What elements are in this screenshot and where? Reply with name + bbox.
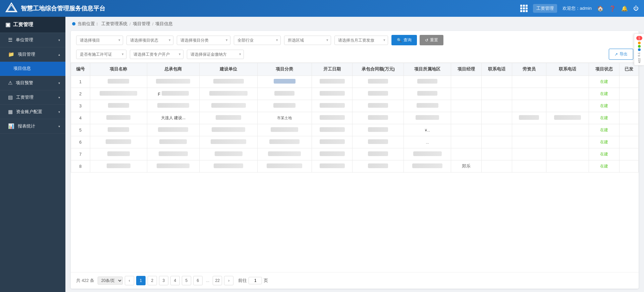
cell-id: 8 (71, 160, 90, 173)
project-status-select[interactable]: 请选择项目状态 (126, 36, 173, 45)
page-btn-1[interactable]: 1 (136, 276, 146, 285)
cell-type (257, 148, 312, 160)
cell-laborer (512, 88, 546, 100)
jump-suffix: 页 (264, 278, 268, 284)
cell-type (257, 100, 312, 112)
sidebar-item-project-warning[interactable]: ⚠ 项目预警 ▾ (0, 76, 65, 90)
prev-page-btn[interactable]: ‹ (125, 276, 134, 285)
page-btn-2[interactable]: 2 (148, 276, 157, 285)
cell-tel2 (546, 124, 589, 136)
cell-region: ¥... (404, 124, 451, 136)
sidebar-item-unit-mgmt[interactable]: ☰ 单位管理 ▾ (0, 33, 65, 47)
cell-type (257, 76, 312, 88)
salary-month-select-wrap: 请选择当月工资发放 (334, 36, 388, 45)
project-select[interactable]: 请选择项目 (76, 36, 123, 45)
search-icon: 🔍 (397, 38, 402, 43)
cell-status: 在建 (589, 76, 620, 88)
warning-icon: ⚠ (8, 80, 12, 86)
cell-status: 在建 (589, 88, 620, 100)
region-select[interactable]: 所选区域 (284, 36, 331, 45)
sidebar-item-project-info[interactable]: 项目信息 (0, 62, 65, 76)
filter-row-2: 是否有施工许可证 请选择工资专户开户 请选择保证金缴纳方 (76, 49, 633, 60)
cell-blurred (147, 160, 200, 173)
cell-status: 在建 (589, 160, 620, 173)
table-row[interactable]: 7在建 (71, 148, 639, 160)
logo: 智慧工地综合管理服务信息平台 (5, 2, 520, 14)
salary-account-select[interactable]: 请选择工资专户开户 (130, 50, 183, 59)
cell-tel2 (546, 100, 589, 112)
table-row[interactable]: 3在建 (71, 100, 639, 112)
cell-pm (451, 124, 482, 136)
cell-blurred (200, 160, 258, 173)
cell-id: 4 (71, 112, 90, 124)
page-btn-22[interactable]: 22 (213, 276, 222, 285)
sidebar-item-label: 项目管理 (18, 51, 35, 57)
power-icon[interactable]: ⏻ (633, 5, 639, 11)
filter-row-2-selects: 是否有施工许可证 请选择工资专户开户 请选择保证金缴纳方 (76, 50, 244, 59)
reset-button[interactable]: ↺ 重置 (420, 35, 443, 45)
cell-blurred (200, 88, 258, 100)
cell-blurred (200, 148, 258, 160)
industry-select[interactable]: 全部行业 (234, 36, 281, 45)
home-icon[interactable]: 🏠 (597, 5, 604, 12)
next-page-btn[interactable]: › (224, 276, 233, 285)
bell-icon[interactable]: 🔔 (621, 5, 628, 12)
sidebar-item-report-stats[interactable]: 📊 报表统计 ▾ (0, 119, 65, 134)
table-row[interactable]: 1在建 (71, 76, 639, 88)
rp-badge[interactable]: 1 (636, 36, 642, 40)
breadcrumb-item-3[interactable]: 项目信息 (155, 21, 173, 27)
page-size-select[interactable]: 20条/页 (98, 277, 123, 285)
table-row[interactable]: 4大连人 建设...市某土地在建 (71, 112, 639, 124)
cell-region (404, 100, 451, 112)
query-button[interactable]: 🔍 查询 (391, 35, 417, 45)
page-btn-3[interactable]: 3 (159, 276, 168, 285)
cell-date (312, 88, 352, 100)
cell-blurred (147, 148, 200, 160)
project-mgmt-icon: 📁 (8, 51, 14, 57)
cell-tel2 (546, 136, 589, 148)
breadcrumb-item-2[interactable]: 项目管理 (133, 21, 150, 27)
guarantee-select[interactable]: 请选择保证金缴纳方 (187, 50, 244, 59)
permit-select[interactable]: 是否有施工许可证 (76, 50, 126, 59)
cell-pm (451, 148, 482, 160)
table-row[interactable]: 8郑乐在建 (71, 160, 639, 173)
cell-region (404, 76, 451, 88)
cell-blurred (147, 136, 200, 148)
export-button[interactable]: ↗ 导出 (609, 49, 633, 60)
sidebar-item-label: 工资管理 (16, 94, 34, 100)
cell-pm (451, 100, 482, 112)
sidebar-item-wage-mgmt[interactable]: ▤ 工资管理 ▾ (0, 90, 65, 105)
col-start-date: 开工日期 (312, 63, 352, 76)
sidebar-item-fund-account[interactable]: ▦ 资金账户配置 ▾ (0, 105, 65, 119)
col-tel2: 联系电话 (546, 63, 589, 76)
cell-blurred (200, 124, 258, 136)
salary-month-select[interactable]: 请选择当月工资发放 (334, 36, 388, 45)
cell-blurred (147, 76, 200, 88)
cell-status: 在建 (589, 112, 620, 124)
cell-issued (620, 100, 639, 112)
table-row[interactable]: 5¥...在建 (71, 124, 639, 136)
help-icon[interactable]: ❓ (609, 5, 616, 12)
cell-issued (620, 76, 639, 88)
page-btn-5[interactable]: 5 (182, 276, 191, 285)
sidebar-item-project-mgmt[interactable]: 📁 项目管理 ▴ (0, 47, 65, 62)
sidebar-item-label: 资金账户配置 (16, 109, 42, 115)
cell-date (312, 112, 352, 124)
logo-text: 智慧工地综合管理服务信息平台 (21, 4, 105, 12)
page-btn-4[interactable]: 4 (170, 276, 180, 285)
page-jump-input[interactable] (249, 277, 262, 284)
page-btn-6[interactable]: 6 (193, 276, 203, 285)
breadcrumb-item-1[interactable]: 工资管理系统 (101, 21, 127, 27)
col-project-type: 项目分类 (257, 63, 312, 76)
project-type-select[interactable]: 请选择项目分类 (177, 36, 230, 45)
filter-bar: 请选择项目 请选择项目状态 请选择项目分类 (71, 31, 639, 63)
apps-grid-icon[interactable] (520, 5, 528, 12)
cell-laborer (512, 100, 546, 112)
table-row[interactable]: 6...在建 (71, 136, 639, 148)
main-content: 当前位置： 工资管理系统 / 项目管理 / 项目信息 请选择项目 (65, 17, 644, 292)
cell-pm (451, 76, 482, 88)
module-label[interactable]: 工资管理 (533, 4, 557, 13)
table-row[interactable]: 2F 在建 (71, 88, 639, 100)
sidebar-item-label: 项目预警 (16, 80, 33, 86)
cell-amount (353, 76, 404, 88)
